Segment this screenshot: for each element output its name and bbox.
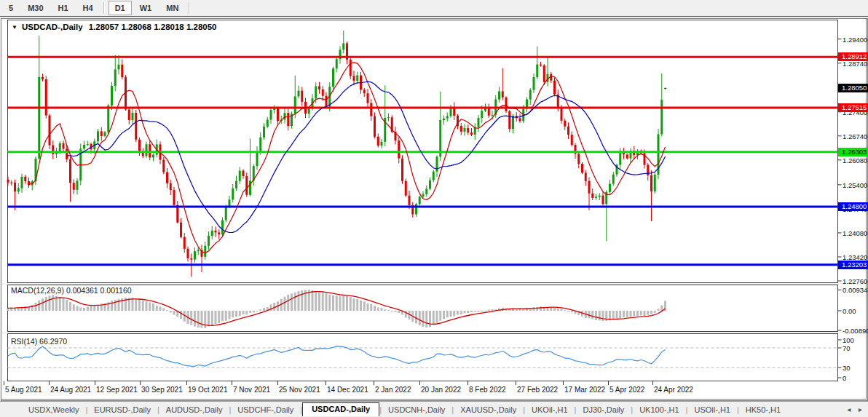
tab-usdcnh-daily[interactable]: USDCNH-,Daily xyxy=(382,404,451,416)
chart-ohlc-values: 1.28057 1.28068 1.28018 1.28050 xyxy=(89,23,217,31)
date-axis-label: 27 Feb 2022 xyxy=(517,386,558,394)
chart-canvas[interactable] xyxy=(0,0,868,417)
rsi-scale-label: 0 xyxy=(843,374,846,382)
price-axis-label: 1.26740 xyxy=(843,132,867,140)
date-axis-label: 5 Apr 2022 xyxy=(609,386,644,394)
price-badge-1.23203: 1.23203 xyxy=(838,261,868,269)
tab-scroll-arrows[interactable]: ◂ ▸ xyxy=(847,405,865,413)
tab-ukoil-h1[interactable]: UKOil-,H1 xyxy=(525,404,575,416)
macd-scale-label: 0.00 xyxy=(843,307,856,315)
price-badge-1.27515: 1.27515 xyxy=(838,103,868,112)
tab-uk100-h1[interactable]: UK100-,H1 xyxy=(633,404,685,416)
macd-signal-value: 0.001160 xyxy=(100,286,132,295)
price-badge-1.28912: 1.28912 xyxy=(838,52,868,61)
chart-tab-bar: USDX,Weekly|EURUSD-,Daily|AUDUSD-,Daily|… xyxy=(0,401,868,417)
date-axis-label: 24 Aug 2021 xyxy=(50,386,91,394)
tab-usdchf-daily[interactable]: USDCHF-,Daily xyxy=(231,404,300,416)
price-badge-1.28050: 1.28050 xyxy=(838,84,868,92)
tab-dj30-daily[interactable]: DJ30-,Daily xyxy=(576,404,631,416)
tab-eurusd-daily[interactable]: EURUSD-,Daily xyxy=(87,404,157,416)
tab-xauusd-daily[interactable]: XAUUSD-,Daily xyxy=(454,404,523,416)
chart-frame xyxy=(1,19,867,400)
price-badge-1.26303: 1.26303 xyxy=(838,148,868,156)
date-axis-label: 17 Mar 2022 xyxy=(564,386,605,394)
tab-hk50-h1[interactable]: HK50-,H1 xyxy=(739,404,787,416)
chart-title-row: ▼USDCAD-,Daily1.28057 1.28068 1.28018 1.… xyxy=(12,23,217,31)
tab-usdcad-daily[interactable]: USDCAD-,Daily xyxy=(302,402,379,416)
mt4-window: 5M30H1H4D1W1MN ▼USDCAD-,Daily1.28057 1.2… xyxy=(0,0,868,417)
price-axis-label: 1.24080 xyxy=(843,229,867,237)
macd-main-value: 0.004361 xyxy=(66,286,98,295)
price-badge-1.24800: 1.24800 xyxy=(838,202,868,211)
date-axis-label: 2 Jan 2022 xyxy=(375,386,411,394)
macd-scale-label: 0.009345 xyxy=(843,286,868,294)
chart-dropdown-icon[interactable]: ▼ xyxy=(12,24,17,31)
rsi-value: 66.2970 xyxy=(39,337,67,346)
rsi-scale-label: 30 xyxy=(843,364,851,372)
date-axis-label: 25 Nov 2021 xyxy=(279,386,320,394)
date-axis-label: 7 Nov 2021 xyxy=(233,386,270,394)
date-axis-label: 24 Apr 2022 xyxy=(654,386,693,394)
macd-label-row: MACD(12,26,9) 0.004361 0.001160 xyxy=(11,286,132,295)
rsi-scale-label: 70 xyxy=(843,344,851,352)
macd-scale-label: -0.008902 xyxy=(843,327,868,335)
rsi-scale-label: 100 xyxy=(843,336,854,344)
pane-splitter[interactable] xyxy=(1,284,866,285)
date-axis-label: 8 Feb 2022 xyxy=(469,386,506,394)
price-axis-label: 1.22760 xyxy=(843,277,867,285)
tab-audusd-daily[interactable]: AUDUSD-,Daily xyxy=(159,404,229,416)
pane-splitter[interactable] xyxy=(1,333,866,334)
chart-title: USDCAD-,Daily xyxy=(22,23,83,31)
price-axis-label: 1.25400 xyxy=(843,181,867,189)
date-axis-label: 30 Sep 2021 xyxy=(141,386,183,394)
tab-usdx-weekly[interactable]: USDX,Weekly xyxy=(22,404,85,416)
rsi-label: RSI(14) xyxy=(11,337,37,346)
price-axis-label: 1.29400 xyxy=(843,36,867,44)
tab-usoil-h1[interactable]: USOil-,H1 xyxy=(687,404,737,416)
date-axis-label: 12 Sep 2021 xyxy=(96,386,138,394)
date-axis-label: 19 Oct 2021 xyxy=(188,386,227,394)
price-axis-label: 1.26080 xyxy=(843,156,867,164)
date-axis-label: 20 Jan 2022 xyxy=(421,386,461,394)
rsi-label-row: RSI(14) 66.2970 xyxy=(11,337,67,346)
macd-label: MACD(12,26,9) xyxy=(11,286,64,295)
date-axis-label: 14 Dec 2021 xyxy=(327,386,368,394)
date-axis-label: 5 Aug 2021 xyxy=(5,386,42,394)
